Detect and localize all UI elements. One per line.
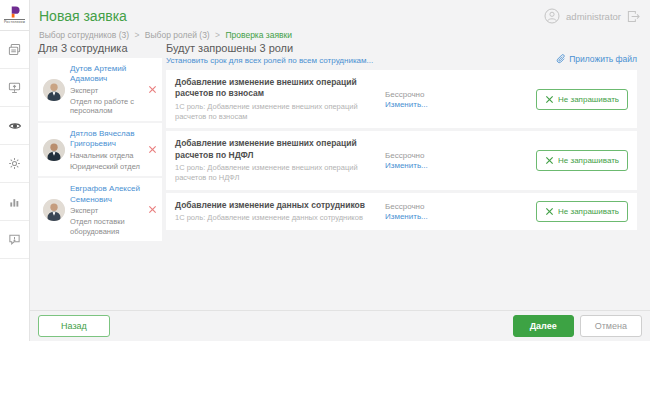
breadcrumb-step-roles[interactable]: Выбор ролей (3) [145, 30, 210, 40]
employee-position: Эксперт [70, 86, 146, 96]
back-button[interactable]: Назад [38, 315, 110, 337]
remove-employee-button[interactable] [148, 205, 157, 214]
employees-heading: Для 3 сотрудника [38, 42, 162, 54]
footer-action-bar: Назад Далее Отмена [30, 310, 650, 341]
role-title: Добавление изменение данных сотрудников [175, 200, 371, 211]
role-subtitle: 1С роль: Добавление изменение внешних оп… [175, 102, 371, 122]
rostelecom-logo-icon [8, 6, 21, 18]
sidebar-item-settings[interactable] [0, 145, 29, 183]
role-term: Бессрочно [385, 151, 477, 160]
change-term-link[interactable]: Изменить... [385, 161, 477, 170]
decline-role-button[interactable]: Не запрашивать [536, 89, 628, 110]
employee-department: Отдел поставки оборудования [70, 217, 146, 237]
employee-position: Начальник отдела [70, 151, 146, 161]
sidebar-item-access[interactable] [0, 69, 29, 107]
employee-name-link[interactable]: Дятлов Вячеслав Григорьевич [70, 129, 146, 150]
sidebar-item-feedback[interactable] [0, 221, 29, 259]
documents-icon [8, 43, 21, 56]
role-row: Добавление изменение внешних операций ра… [166, 70, 637, 128]
breadcrumb-step-review: Проверка заявки [225, 30, 292, 40]
employee-card: Дятлов Вячеслав Григорьевич Начальник от… [38, 123, 162, 176]
role-subtitle: 1С роль: Добавление изменение внешних оп… [175, 163, 371, 183]
paperclip-icon [556, 54, 566, 64]
roles-header: Будут запрошены 3 роли Установить срок д… [166, 42, 637, 65]
roles-heading: Будут запрошены 3 роли [166, 42, 373, 54]
avatar [43, 79, 65, 101]
avatar [43, 199, 65, 221]
employee-department: Отдел по работе с персоналом [70, 97, 146, 117]
gear-icon [8, 157, 21, 170]
user-block: administrator [544, 8, 640, 24]
sidebar: Ростелеком [0, 0, 30, 341]
monitor-upload-icon [8, 81, 21, 94]
set-term-link[interactable]: Установить срок для всех ролей по всем с… [166, 56, 373, 65]
employee-name-link[interactable]: Дутов Артемий Адамович [70, 64, 146, 85]
decline-role-button[interactable]: Не запрашивать [536, 201, 628, 222]
x-icon [148, 205, 157, 214]
remove-employee-button[interactable] [148, 85, 157, 94]
page-title: Новая заявка [39, 8, 127, 24]
app-root: Ростелеком [0, 0, 650, 405]
breadcrumb: Выбор сотрудников (3) > Выбор ролей (3) … [39, 30, 292, 40]
sidebar-item-requests[interactable] [0, 31, 29, 69]
x-icon [545, 95, 554, 104]
avatar [43, 139, 65, 161]
username: administrator [566, 11, 621, 22]
sidebar-item-reports[interactable] [0, 183, 29, 221]
cancel-button[interactable]: Отмена [580, 315, 642, 337]
employee-card: Евграфов Алексей Семенович Эксперт Отдел… [38, 178, 162, 241]
x-icon [545, 207, 554, 216]
sidebar-item-review[interactable] [0, 107, 29, 145]
role-term: Бессрочно [385, 90, 477, 99]
logo-caption: Ростелеком [4, 19, 25, 25]
eye-icon [8, 119, 22, 133]
bar-chart-icon [8, 195, 21, 208]
role-title: Добавление изменение внешних операций ра… [175, 77, 371, 100]
role-subtitle: 1С роль: Добавление изменение данных сот… [175, 213, 371, 223]
employee-name-link[interactable]: Евграфов Алексей Семенович [70, 184, 146, 205]
role-term: Бессрочно [385, 202, 477, 211]
x-icon [545, 156, 554, 165]
employee-department: Юридический отдел [70, 162, 146, 172]
rostelecom-logo[interactable]: Ростелеком [0, 0, 29, 31]
attach-file-link[interactable]: Приложить файл [556, 54, 637, 64]
breadcrumb-separator: > [134, 30, 139, 40]
user-icon [544, 8, 560, 24]
role-title: Добавление изменение внешних операций ра… [175, 138, 371, 161]
remove-employee-button[interactable] [148, 145, 157, 154]
logout-icon [627, 10, 640, 23]
employee-card: Дутов Артемий Адамович Эксперт Отдел по … [38, 58, 162, 121]
roles-panel: Будут запрошены 3 роли Установить срок д… [166, 42, 637, 233]
employees-panel: Для 3 сотрудника Дутов Артемий Адамович … [38, 42, 162, 243]
decline-role-button[interactable]: Не запрашивать [536, 150, 628, 171]
employee-position: Эксперт [70, 206, 146, 216]
feedback-icon [8, 233, 21, 246]
change-term-link[interactable]: Изменить... [385, 100, 477, 109]
role-row: Добавление изменение данных сотрудников … [166, 193, 637, 230]
logout-button[interactable] [627, 10, 640, 23]
x-icon [148, 145, 157, 154]
x-icon [148, 85, 157, 94]
breadcrumb-step-employees[interactable]: Выбор сотрудников (3) [39, 30, 129, 40]
breadcrumb-separator: > [215, 30, 220, 40]
change-term-link[interactable]: Изменить... [385, 212, 477, 221]
role-row: Добавление изменение внешних операций ра… [166, 131, 637, 189]
next-button[interactable]: Далее [513, 315, 574, 337]
